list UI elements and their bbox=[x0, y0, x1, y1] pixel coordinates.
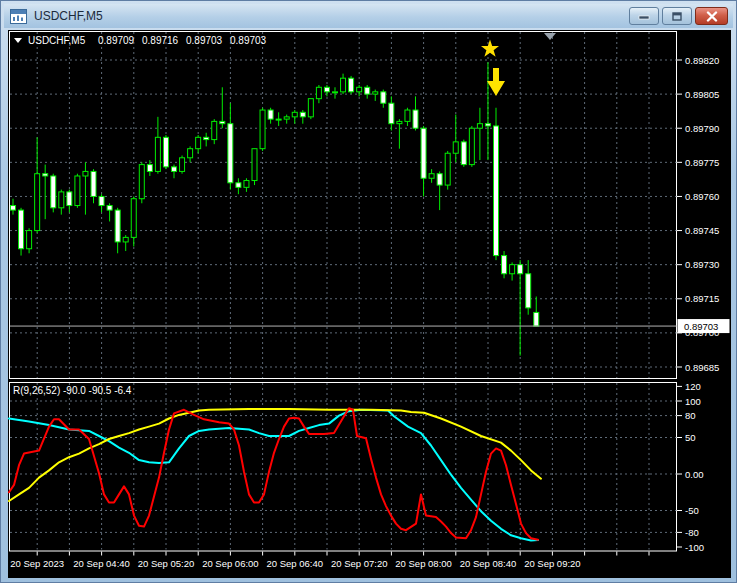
time-axis-label: 20 Sep 06:00 bbox=[202, 558, 259, 569]
chart-canvas[interactable]: 0.898200.898050.897900.897750.897600.897… bbox=[8, 30, 731, 578]
candle bbox=[502, 256, 507, 274]
price-axis-label: 0.89820 bbox=[685, 55, 719, 66]
time-axis-label: 20 Sep 08:00 bbox=[395, 558, 452, 569]
indicator-axis-label: 120 bbox=[685, 381, 701, 392]
candle bbox=[252, 149, 257, 181]
candle bbox=[413, 110, 418, 128]
indicator-axis-label: -50 bbox=[685, 505, 699, 516]
indicator-axis-label: 100 bbox=[685, 396, 701, 407]
time-axis-label: 20 Sep 2023 bbox=[10, 558, 64, 569]
time-axis-label: 20 Sep 04:40 bbox=[73, 558, 130, 569]
time-axis-label: 20 Sep 06:40 bbox=[267, 558, 324, 569]
candle bbox=[485, 124, 490, 126]
time-axis[interactable]: 20 Sep 202320 Sep 04:4020 Sep 05:2020 Se… bbox=[10, 552, 649, 570]
candle bbox=[373, 92, 378, 94]
chart-window-icon bbox=[10, 9, 27, 24]
chart-client-area: 0.898200.898050.897900.897750.897600.897… bbox=[8, 30, 731, 578]
candle bbox=[341, 78, 346, 92]
candle bbox=[510, 265, 515, 274]
time-axis-label: 20 Sep 07:20 bbox=[331, 558, 388, 569]
indicator-axis[interactable]: 12010080500.00-50-80-100 bbox=[677, 381, 704, 553]
candle bbox=[477, 124, 482, 129]
price-axis[interactable]: 0.898200.898050.897900.897750.897600.897… bbox=[677, 55, 730, 373]
window-title: USDCHF,M5 bbox=[34, 9, 103, 23]
candle bbox=[308, 99, 313, 117]
candle bbox=[518, 265, 523, 274]
current-price-value: 0.89703 bbox=[684, 321, 718, 332]
chart-window: USDCHF,M5 0.898200.898050.897900.897750.… bbox=[0, 0, 737, 583]
price-axis-label: 0.89745 bbox=[685, 225, 719, 236]
candle bbox=[228, 124, 233, 183]
price-axis-label: 0.89805 bbox=[685, 89, 719, 100]
candle bbox=[123, 237, 128, 242]
candle bbox=[365, 87, 370, 94]
candle bbox=[397, 121, 402, 123]
price-axis-label: 0.89715 bbox=[685, 293, 719, 304]
candle bbox=[244, 181, 249, 188]
candle bbox=[357, 87, 362, 92]
time-axis-label: 20 Sep 05:20 bbox=[138, 558, 195, 569]
candle bbox=[188, 149, 193, 158]
minimize-button[interactable] bbox=[629, 7, 659, 25]
candle bbox=[324, 87, 329, 92]
close-icon bbox=[706, 11, 718, 22]
time-axis-label: 20 Sep 08:40 bbox=[460, 558, 517, 569]
candle bbox=[437, 174, 442, 185]
candle bbox=[276, 119, 281, 120]
candle bbox=[107, 206, 112, 211]
header-open-value: 0.89709 bbox=[98, 35, 135, 46]
candle bbox=[405, 110, 410, 121]
candle bbox=[11, 206, 16, 211]
candle bbox=[469, 128, 474, 164]
close-button[interactable] bbox=[695, 7, 728, 25]
window-titlebar[interactable]: USDCHF,M5 bbox=[4, 4, 733, 28]
candle bbox=[83, 171, 88, 176]
candle bbox=[284, 117, 289, 119]
header-low-value: 0.89703 bbox=[186, 35, 223, 46]
indicator-axis-label: -80 bbox=[685, 527, 699, 538]
header-symbol: USDCHF,M5 bbox=[28, 35, 86, 46]
candle bbox=[196, 137, 201, 148]
restore-icon bbox=[671, 11, 683, 22]
candle bbox=[349, 78, 354, 92]
candle bbox=[43, 174, 48, 176]
candle bbox=[212, 121, 217, 139]
candle bbox=[453, 142, 458, 153]
candle bbox=[59, 192, 64, 208]
candle bbox=[381, 92, 386, 103]
indicator-axis-label: 80 bbox=[685, 410, 696, 421]
candle bbox=[172, 167, 177, 172]
candle bbox=[155, 137, 160, 171]
indicator-axis-label: -100 bbox=[685, 542, 704, 553]
candle bbox=[27, 231, 32, 249]
header-high-value: 0.89716 bbox=[142, 35, 179, 46]
candle bbox=[292, 112, 297, 117]
candle bbox=[75, 176, 80, 206]
candle bbox=[19, 210, 24, 249]
candle bbox=[429, 174, 434, 179]
price-axis-label: 0.89685 bbox=[685, 362, 719, 373]
candle bbox=[268, 110, 273, 119]
candle bbox=[220, 121, 225, 123]
candle bbox=[445, 153, 450, 185]
candle bbox=[67, 192, 72, 206]
candle bbox=[99, 196, 104, 205]
candle bbox=[163, 137, 168, 167]
candle bbox=[180, 158, 185, 172]
candle bbox=[333, 92, 338, 93]
header-close-value: 0.89703 bbox=[230, 35, 267, 46]
candle bbox=[421, 128, 426, 178]
candle bbox=[300, 112, 305, 117]
candle bbox=[91, 171, 96, 196]
indicator-pane-frame[interactable] bbox=[10, 383, 677, 552]
price-axis-label: 0.89775 bbox=[685, 157, 719, 168]
indicator-axis-label: 50 bbox=[685, 432, 696, 443]
candle bbox=[494, 126, 499, 256]
candle bbox=[131, 199, 136, 238]
candle bbox=[534, 312, 539, 326]
candle bbox=[526, 274, 531, 308]
indicator-axis-label: 0.00 bbox=[685, 469, 704, 480]
restore-button[interactable] bbox=[662, 7, 692, 25]
candle bbox=[147, 165, 152, 172]
candle bbox=[51, 176, 56, 208]
